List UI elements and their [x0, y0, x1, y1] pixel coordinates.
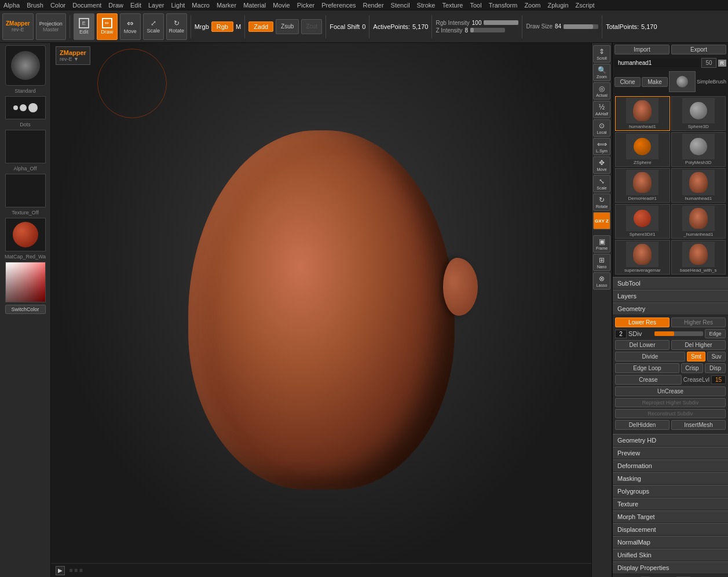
export-top-button[interactable]: Export [671, 45, 726, 54]
menu-item-zoom[interactable]: Zoom [524, 2, 540, 9]
make-button[interactable]: Make [642, 77, 668, 87]
del-lower-button[interactable]: Del Lower [615, 340, 670, 350]
menu-item-texture[interactable]: Texture [442, 2, 463, 9]
viewport[interactable]: ZMapper rev-E ▼ ▶ ≡ ≡ ≡ [51, 43, 591, 577]
tool-item-sphere3d1[interactable]: Sphere3D#1 [615, 204, 670, 239]
tool-item-humanhead1[interactable]: humanhead1 [615, 96, 670, 131]
smt-button[interactable]: Smt [687, 352, 705, 361]
move-tool-button[interactable]: ✥ Move [593, 156, 610, 174]
uncrease-button[interactable]: UnCrease [615, 386, 726, 396]
import-top-button[interactable]: Import [614, 45, 670, 54]
menu-item-layer[interactable]: Layer [148, 2, 164, 9]
menu-item-document[interactable]: Document [72, 2, 101, 9]
color-picker[interactable] [5, 262, 46, 302]
tool-item-sphere3d[interactable]: Sphere3D [671, 96, 726, 131]
scale-button[interactable]: ⤢ Scale [143, 13, 164, 40]
menu-item-macro[interactable]: Macro [192, 2, 210, 9]
menu-item-material[interactable]: Material [243, 2, 266, 9]
subtool-header[interactable]: SubTool [613, 277, 728, 290]
menu-item-preferences[interactable]: Preferences [321, 2, 356, 9]
zsub-button[interactable]: Zsub [276, 19, 299, 34]
edge-loop-button[interactable]: Edge Loop [615, 363, 679, 373]
draw-size-slider[interactable] [564, 24, 598, 29]
menu-item-marker[interactable]: Marker [217, 2, 236, 9]
menu-item-render[interactable]: Render [363, 2, 384, 9]
rotate-button[interactable]: ↻ Rotate [166, 13, 187, 40]
polygroups-header[interactable]: Polygroups [613, 485, 728, 498]
insertmesh-button[interactable]: InsertMesh [671, 420, 726, 430]
divide-button[interactable]: Divide [615, 352, 685, 361]
deformation-header[interactable]: Deformation [613, 459, 728, 472]
alpha-preview[interactable] [5, 130, 46, 163]
status-icon[interactable]: ▶ [56, 566, 65, 575]
edge-button[interactable]: Edge [705, 329, 726, 338]
actual-button[interactable]: ◎ Actual [593, 82, 610, 100]
aahalf-button[interactable]: ½ AAHalf [593, 101, 610, 118]
menu-item-stroke[interactable]: Stroke [417, 2, 436, 9]
tool-item-superaverage[interactable]: superaveragemar [615, 240, 670, 275]
higher-res-button[interactable]: Higher Res [671, 317, 726, 327]
simple-brush-icon[interactable] [669, 71, 696, 92]
switch-color-button[interactable]: SwitchColor [5, 305, 46, 314]
zoom-button[interactable]: 🔍 Zoom [593, 64, 610, 81]
tool-item-humanhead1b[interactable]: humanhead1 [671, 168, 726, 203]
menu-item-draw[interactable]: Draw [108, 2, 123, 9]
reconstruct-button[interactable]: Reconstruct Subdiv [615, 409, 726, 418]
texture-preview[interactable] [5, 174, 46, 207]
move-button[interactable]: ⇔ Move [120, 13, 141, 40]
delhidden-button[interactable]: DelHidden [615, 420, 670, 430]
crease-button[interactable]: Crease [615, 375, 682, 385]
menu-item-edit[interactable]: Edit [130, 2, 141, 9]
tool-item-basehead[interactable]: baseHead_with_s [671, 240, 726, 275]
lower-res-button[interactable]: Lower Res [615, 317, 670, 327]
frame-button[interactable]: ▣ Frame [593, 235, 610, 253]
geometry-header[interactable]: Geometry [613, 302, 728, 315]
menu-item-brush[interactable]: Brush [27, 2, 43, 9]
menu-item-alpha[interactable]: Alpha [3, 2, 20, 9]
draw-button[interactable]: ✏ Draw [97, 13, 118, 40]
menu-item-color[interactable]: Color [50, 2, 65, 9]
dots-preview[interactable] [5, 96, 46, 119]
del-higher-button[interactable]: Del Higher [671, 340, 726, 350]
menu-item-zscript[interactable]: Zscript [576, 2, 595, 9]
geometry-hd-header[interactable]: Geometry HD [613, 434, 728, 447]
brush-preview[interactable] [5, 45, 46, 86]
rgb-intensity-slider[interactable] [484, 20, 518, 25]
disp-button[interactable]: Disp [705, 363, 726, 373]
tool-item-humanhead1c[interactable]: _humanhead1 [671, 204, 726, 239]
morph-target-header[interactable]: Morph Target [613, 510, 728, 523]
menu-item-stencil[interactable]: Stencil [391, 2, 410, 9]
menu-item-transform[interactable]: Transform [489, 2, 518, 9]
display-properties-header[interactable]: Display Properties [613, 561, 728, 574]
sdiv-slider[interactable] [654, 331, 703, 336]
normalmap-header[interactable]: NormalMap [613, 536, 728, 549]
unified-skin-header[interactable]: Unified Skin [613, 549, 728, 561]
local-button[interactable]: ⊙ Local [593, 119, 610, 137]
tool-item-zsphere[interactable]: ZSphere [615, 132, 670, 167]
projection-button[interactable]: Projection Master [36, 13, 66, 40]
menu-item-tool[interactable]: Tool [470, 2, 481, 9]
zmapper-button[interactable]: ZMapper rev-E [2, 13, 34, 40]
layers-header[interactable]: Layers [613, 290, 728, 302]
clone-button[interactable]: Clone [614, 77, 641, 87]
zcut-button[interactable]: Zcut [301, 19, 322, 34]
menu-item-movie[interactable]: Movie [273, 2, 290, 9]
scale-tool-button[interactable]: ⤡ Scale [593, 175, 610, 192]
edit-button[interactable]: E Edit [74, 13, 94, 40]
menu-item-zplugin[interactable]: Zplugin [548, 2, 569, 9]
gxyz-button[interactable]: GXY Z [593, 212, 610, 229]
preview-header[interactable]: Preview [613, 447, 728, 459]
rotate-tool-button[interactable]: ↻ Rotate [593, 193, 610, 211]
menu-item-light[interactable]: Light [171, 2, 185, 9]
zadd-button[interactable]: Zadd [248, 21, 273, 32]
masking-header[interactable]: Masking [613, 472, 728, 485]
lsym-button[interactable]: ⟺ L.Sym [593, 138, 610, 155]
tool-item-polymesh3d[interactable]: PolyMesh3D [671, 132, 726, 167]
nano-button[interactable]: ⊞ Nano [593, 254, 610, 271]
texture-header[interactable]: Texture [613, 498, 728, 510]
crisp-button[interactable]: Crisp [681, 363, 703, 373]
reproject-button[interactable]: Reproject Higher Subdiv [615, 398, 726, 407]
suv-button[interactable]: Suv [707, 352, 726, 361]
scroll-button[interactable]: ⇕ Scroll [593, 45, 610, 63]
lasso-button[interactable]: ⊗ Lasso [593, 272, 610, 290]
